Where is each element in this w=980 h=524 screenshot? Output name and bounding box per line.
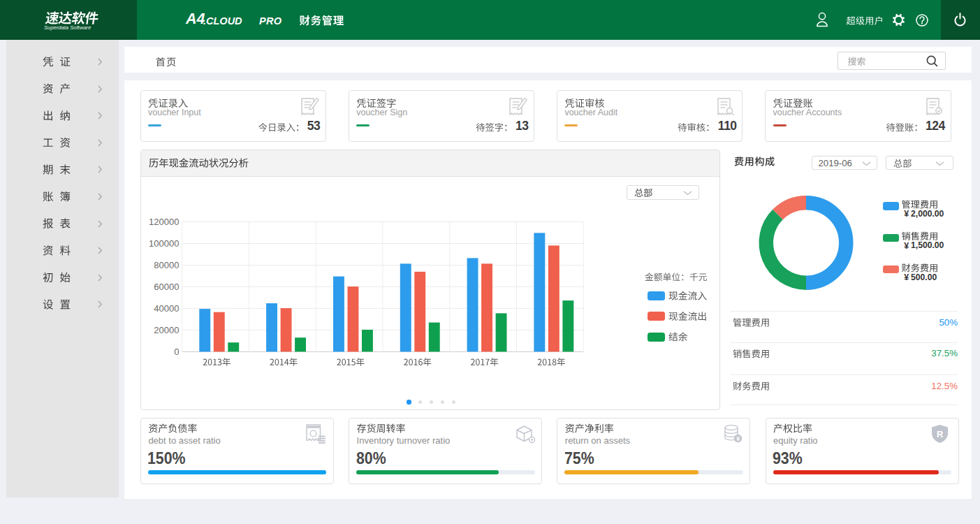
svg-text:R: R <box>937 429 944 439</box>
svg-text:¥: ¥ <box>736 435 740 442</box>
